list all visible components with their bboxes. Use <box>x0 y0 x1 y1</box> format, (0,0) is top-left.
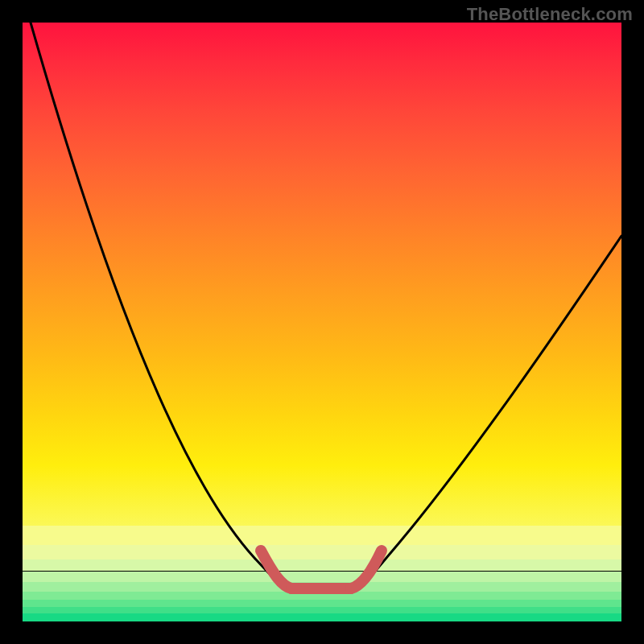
accent-left <box>261 551 291 588</box>
bottleneck-curve <box>31 23 621 589</box>
accent-right <box>351 551 382 588</box>
curve-layer <box>23 23 621 621</box>
plot-area <box>23 23 621 621</box>
chart-frame: TheBottleneck.com <box>0 0 644 644</box>
